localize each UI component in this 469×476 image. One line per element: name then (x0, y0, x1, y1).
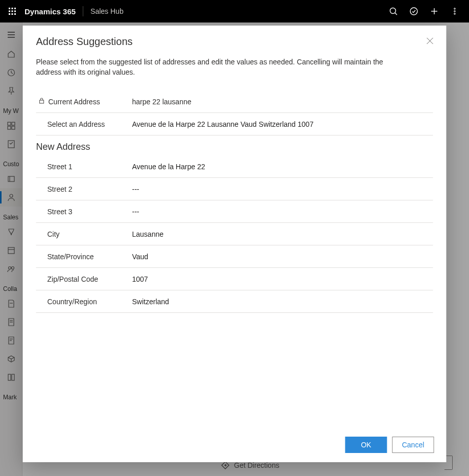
city-label: City (48, 230, 60, 238)
svg-point-11 (410, 8, 417, 15)
svg-rect-7 (12, 13, 13, 15)
topbar: Dynamics 365 Sales Hub (0, 0, 469, 22)
ok-button[interactable]: OK (345, 437, 387, 453)
svg-rect-6 (9, 13, 10, 15)
svg-point-9 (390, 8, 396, 14)
street2-label: Street 2 (48, 185, 73, 193)
app-launcher-icon[interactable] (4, 3, 20, 19)
zip-label: Zip/Postal Code (48, 275, 99, 283)
search-icon[interactable] (383, 0, 404, 22)
svg-line-10 (395, 13, 397, 15)
svg-rect-0 (9, 8, 10, 9)
svg-rect-8 (14, 13, 16, 15)
zip-value[interactable]: 1007 (132, 275, 433, 283)
street3-label: Street 3 (48, 208, 73, 216)
svg-point-14 (454, 8, 456, 10)
current-address-label: Current Address (49, 98, 100, 106)
dialog-title: Address Suggestions (36, 36, 133, 48)
lock-icon (38, 97, 45, 106)
svg-point-15 (454, 11, 456, 12)
city-value[interactable]: Lausanne (132, 230, 433, 238)
select-address-label: Select an Address (48, 120, 105, 128)
task-icon[interactable] (404, 0, 424, 22)
country-label: Country/Region (48, 298, 97, 306)
street1-value[interactable]: Avenue de la Harpe 22 (132, 163, 433, 171)
svg-point-16 (454, 13, 456, 15)
svg-rect-5 (14, 11, 16, 12)
dialog-description: Please select from the suggested list of… (36, 57, 384, 77)
street2-value[interactable]: --- (132, 185, 433, 193)
close-icon[interactable] (423, 34, 437, 48)
current-address-value: harpe 22 lausanne (132, 98, 433, 106)
hub-name[interactable]: Sales Hub (90, 7, 124, 15)
more-vertical-icon[interactable] (444, 0, 465, 22)
app-name[interactable]: Dynamics 365 (25, 7, 76, 16)
address-suggestions-dialog: Address Suggestions Please select from t… (23, 26, 447, 462)
svg-rect-1 (12, 8, 13, 9)
street3-value[interactable]: --- (132, 208, 433, 216)
country-value[interactable]: Switzerland (132, 298, 433, 306)
new-address-title: New Address (36, 142, 433, 152)
svg-rect-4 (12, 11, 13, 12)
state-label: State/Province (48, 253, 94, 261)
plus-icon[interactable] (424, 0, 444, 22)
dialog-footer: OK Cancel (23, 427, 447, 462)
street1-label: Street 1 (48, 163, 73, 171)
select-address-value[interactable]: Avenue de la Harpe 22 Lausanne Vaud Swit… (132, 120, 433, 128)
svg-rect-44 (40, 100, 44, 103)
svg-rect-3 (9, 11, 10, 12)
cancel-button[interactable]: Cancel (392, 437, 434, 453)
state-value[interactable]: Vaud (132, 253, 433, 261)
svg-rect-2 (14, 8, 16, 9)
divider (83, 6, 83, 16)
